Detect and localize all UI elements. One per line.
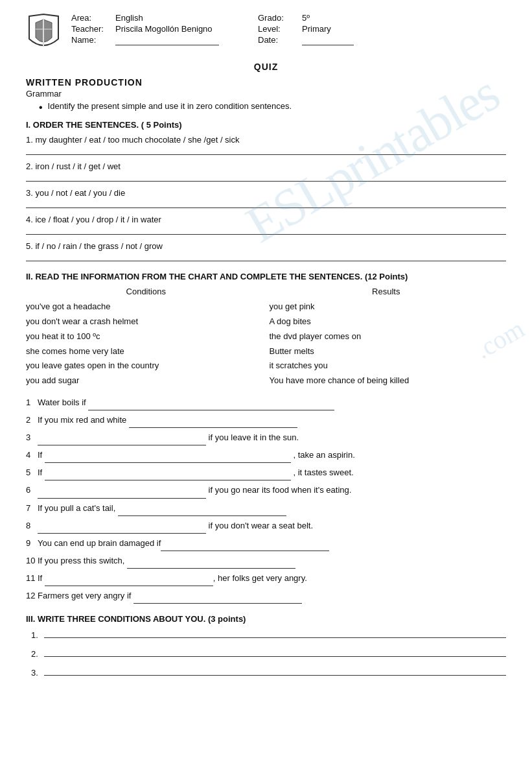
- exercise-i-item-2: 2. iron / rust / it / get / wet: [26, 161, 506, 182]
- name-field[interactable]: [115, 35, 219, 45]
- sent-num-3: 3: [26, 431, 38, 445]
- chart-result-0: you get pink: [270, 300, 507, 314]
- chart-result-3: Butter melts: [270, 345, 507, 359]
- fill-10[interactable]: [127, 554, 295, 569]
- sent-num-7: 7: [26, 501, 38, 515]
- writing-blank-2[interactable]: [44, 648, 506, 657]
- grammar-label: Grammar: [26, 89, 506, 99]
- exercise-i-item-5: 5. if / no / rain / the grass / not / gr…: [26, 241, 506, 261]
- sent-text-11: If , her folks get very angry.: [38, 571, 506, 586]
- answer-line-3[interactable]: [26, 199, 506, 208]
- sentences-section: 1 Water boils if 2 If you mix red and wh…: [26, 396, 506, 604]
- fill-1[interactable]: [88, 396, 334, 410]
- sent-num-4: 4: [26, 448, 38, 462]
- sent-num-9: 9: [26, 536, 38, 551]
- sentence-1: 1 Water boils if: [26, 396, 506, 410]
- sent-text-12: Farmers get very angry if: [38, 589, 506, 604]
- sent-text-7: If you pull a cat's tail,: [38, 501, 506, 516]
- sentence-6: 6 if you go near its food when it's eati…: [26, 483, 506, 498]
- fill-3[interactable]: [38, 431, 206, 445]
- sentence-5: 5 If , it tastes sweet.: [26, 466, 506, 480]
- date-field[interactable]: [302, 35, 354, 45]
- chart-row-4: you leave gates open in the country it s…: [26, 359, 506, 373]
- sent-num-5: 5: [26, 466, 38, 480]
- sent-text-3: if you leave it in the sun.: [38, 431, 506, 445]
- sent-num-8: 8: [26, 519, 38, 533]
- header: Area: English Teacher: Priscila Mogollón…: [26, 13, 506, 55]
- logo-icon: [26, 13, 62, 55]
- sent-text-5: If , it tastes sweet.: [38, 466, 506, 480]
- chart-cond-1: you don't wear a crash helmet: [26, 315, 270, 329]
- answer-line-5[interactable]: [26, 252, 506, 261]
- bullet-icon: •: [39, 101, 43, 113]
- teacher-label: Teacher:: [71, 24, 110, 34]
- sentence-9: 9 You can end up brain damaged if: [26, 536, 506, 551]
- sentence-3: 3 if you leave it in the sun.: [26, 431, 506, 445]
- header-left: Area: English Teacher: Priscila Mogollón…: [71, 13, 219, 45]
- written-production-title: WRITTEN PRODUCTION: [26, 77, 506, 88]
- chart-col-conditions: Conditions: [26, 287, 266, 296]
- sent-num-12: 12: [26, 589, 38, 603]
- writing-num-2: 2.: [31, 649, 44, 659]
- writing-blank-3[interactable]: [44, 667, 506, 676]
- chart-cond-0: you've got a headache: [26, 300, 270, 314]
- chart-cond-4: you leave gates open in the country: [26, 359, 270, 373]
- sent-text-4: If , take an aspirin.: [38, 448, 506, 463]
- sentence-11: 11 If , her folks get very angry.: [26, 571, 506, 586]
- date-label: Date:: [258, 35, 297, 45]
- quiz-title: QUIZ: [26, 62, 506, 72]
- fill-8[interactable]: [38, 519, 206, 534]
- writing-lines: 1. 2. 3.: [31, 629, 506, 678]
- chart-cond-3: she comes home very late: [26, 345, 270, 359]
- writing-num-3: 3.: [31, 668, 44, 678]
- chart-row-3: she comes home very late Butter melts: [26, 345, 506, 359]
- sentence-2: 2 If you mix red and white: [26, 413, 506, 428]
- answer-line-1[interactable]: [26, 146, 506, 155]
- area-value: English: [115, 13, 143, 23]
- exercise-i-header: I. ORDER THE SENTENCES. ( 5 Points): [26, 120, 506, 130]
- header-fields: Area: English Teacher: Priscila Mogollón…: [71, 13, 506, 45]
- sent-num-10: 10: [26, 554, 38, 568]
- exercise-i-text-3: 3. you / not / eat / you / die: [26, 188, 506, 198]
- exercise-i-text-4: 4. ice / float / you / drop / it / in wa…: [26, 215, 506, 224]
- fill-5[interactable]: [45, 466, 291, 480]
- sentence-12: 12 Farmers get very angry if: [26, 589, 506, 604]
- fill-2[interactable]: [129, 413, 297, 428]
- sent-num-11: 11: [26, 571, 38, 586]
- chart-result-4: it scratches you: [270, 359, 507, 373]
- exercise-ii-header: II. READ THE INFORMATION FROM THE CHART …: [26, 272, 506, 281]
- fill-12[interactable]: [133, 589, 302, 604]
- sent-text-6: if you go near its food when it's eating…: [38, 483, 506, 498]
- sent-text-2: If you mix red and white: [38, 413, 506, 428]
- area-label: Area:: [71, 13, 110, 23]
- answer-line-4[interactable]: [26, 226, 506, 235]
- fill-11[interactable]: [45, 571, 213, 586]
- chart-rows: you've got a headache you get pink you d…: [26, 300, 506, 388]
- writing-line-1: 1.: [31, 629, 506, 640]
- exercise-i-item-3: 3. you / not / eat / you / die: [26, 188, 506, 208]
- level-label: Level:: [258, 24, 297, 34]
- chart-row-0: you've got a headache you get pink: [26, 300, 506, 314]
- fill-4[interactable]: [45, 448, 291, 463]
- chart-result-2: the dvd player comes on: [270, 330, 507, 344]
- writing-blank-1[interactable]: [44, 629, 506, 638]
- chart-container: Conditions Results you've got a headache…: [26, 287, 506, 388]
- level-value: Primary: [302, 24, 331, 34]
- fill-6[interactable]: [38, 483, 206, 498]
- sent-text-10: If you press this switch,: [38, 554, 506, 569]
- sentence-10: 10 If you press this switch,: [26, 554, 506, 569]
- fill-7[interactable]: [118, 501, 286, 516]
- grado-value: 5º: [302, 13, 310, 23]
- exercise-i-item-1: 1. my daughter / eat / too much chocolat…: [26, 135, 506, 155]
- sent-text-9: You can end up brain damaged if: [38, 536, 506, 551]
- sent-num-1: 1: [26, 396, 38, 410]
- chart-cond-5: you add sugar: [26, 374, 270, 388]
- bullet-item: • Identify the present simple and use it…: [39, 101, 506, 113]
- exercise-i-text-5: 5. if / no / rain / the grass / not / gr…: [26, 241, 506, 251]
- writing-line-2: 2.: [31, 648, 506, 659]
- answer-line-2[interactable]: [26, 172, 506, 182]
- fill-9[interactable]: [161, 536, 329, 551]
- sent-text-8: if you don't wear a seat belt.: [38, 519, 506, 534]
- bullet-text: Identify the present simple and use it i…: [48, 101, 292, 111]
- sentence-8: 8 if you don't wear a seat belt.: [26, 519, 506, 534]
